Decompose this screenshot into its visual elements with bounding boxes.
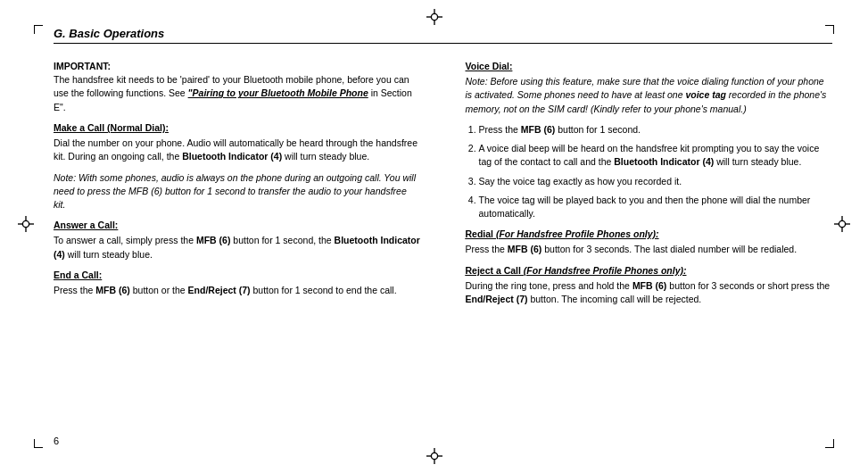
answer-text2: button for 1 second, the bbox=[230, 235, 334, 245]
answer-text: To answer a call, simply press the bbox=[54, 235, 196, 245]
page: G. Basic Operations IMPORTANT: The hands… bbox=[0, 0, 868, 473]
reject-call-section: Reject a Call (For Handsfree Profile Pho… bbox=[466, 264, 833, 307]
note-italic: Note: With some phones, audio is always … bbox=[54, 171, 421, 212]
voice-dial-section: Voice Dial: Note: Before using this feat… bbox=[466, 60, 833, 116]
end-text: Press the bbox=[54, 285, 95, 295]
mfb6-bold-answer: MFB (6) bbox=[196, 235, 231, 245]
reject-heading: Reject a Call (For Handsfree Profile Pho… bbox=[466, 264, 833, 278]
step-3: Say the voice tag exactly as how you rec… bbox=[479, 175, 833, 188]
redial-text: Press the bbox=[466, 244, 508, 254]
make-call-heading: Make a Call (Normal Dial): bbox=[54, 121, 421, 135]
voice-tag-bold: voice tag bbox=[685, 89, 726, 100]
step-4: The voice tag will be played back to you… bbox=[479, 194, 833, 220]
end-reject-bold2: End/Reject (7) bbox=[466, 294, 528, 304]
right-column: Voice Dial: Note: Before using this feat… bbox=[457, 60, 833, 461]
section-title: G. Basic Operations bbox=[54, 27, 832, 44]
voice-dial-heading: Voice Dial: bbox=[466, 60, 833, 73]
reject-text3: button. The incoming call will be reject… bbox=[528, 294, 702, 304]
step-2: A voice dial beep will be heard on the h… bbox=[479, 142, 833, 169]
important-heading: IMPORTANT: bbox=[54, 61, 111, 71]
voice-dial-note-label: Note: bbox=[466, 76, 488, 87]
redial-section: Redial (For Handsfree Profile Phones onl… bbox=[466, 228, 833, 256]
page-number: 6 bbox=[54, 436, 59, 446]
end-reject-bold: End/Reject (7) bbox=[188, 285, 251, 295]
answer-heading: Answer a Call: bbox=[54, 219, 421, 232]
make-call-text2: will turn steady blue. bbox=[282, 151, 369, 162]
important-section: IMPORTANT: The handsfree kit needs to be… bbox=[54, 60, 421, 114]
bluetooth-indicator-bold: Bluetooth Indicator (4) bbox=[182, 151, 282, 162]
answer-call-section: Answer a Call: To answer a call, simply … bbox=[54, 219, 421, 261]
end-heading: End a Call: bbox=[54, 269, 421, 282]
redial-heading: Redial (For Handsfree Profile Phones onl… bbox=[466, 228, 833, 241]
end-text3: button for 1 second to end the call. bbox=[251, 285, 397, 295]
redial-text2: button for 3 seconds. The last dialed nu… bbox=[541, 244, 797, 254]
reject-text: During the ring tone, press and hold the bbox=[466, 280, 632, 291]
answer-text3: will turn steady blue. bbox=[65, 249, 153, 260]
mfb6-bold-redial: MFB (6) bbox=[508, 244, 542, 254]
make-call-section: Make a Call (Normal Dial): Dial the numb… bbox=[54, 121, 421, 164]
left-column: IMPORTANT: The handsfree kit needs to be… bbox=[54, 60, 430, 461]
voice-dial-steps: Press the MFB (6) button for 1 second. A… bbox=[479, 123, 833, 220]
step-1: Press the MFB (6) button for 1 second. bbox=[479, 123, 833, 137]
end-call-section: End a Call: Press the MFB (6) button or … bbox=[54, 269, 421, 297]
end-text2: button or the bbox=[130, 285, 188, 295]
content-area: IMPORTANT: The handsfree kit needs to be… bbox=[54, 60, 832, 461]
reject-text2: button for 3 seconds or short press the bbox=[666, 280, 830, 291]
mfb6-bold-reject: MFB (6) bbox=[632, 280, 667, 291]
mfb6-bold-end: MFB (6) bbox=[95, 285, 130, 295]
pairing-link: "Pairing to your Bluetooth Mobile Phone bbox=[188, 87, 368, 98]
